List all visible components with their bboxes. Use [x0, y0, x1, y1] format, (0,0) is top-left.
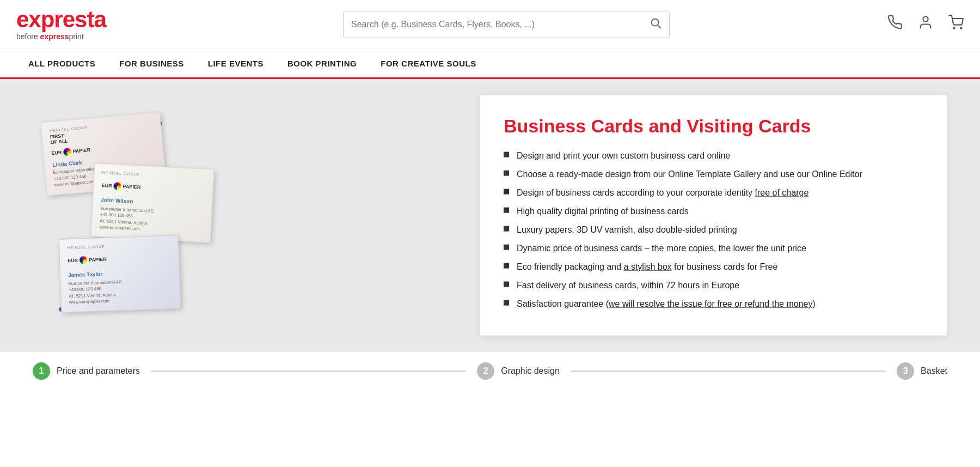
list-item: Dynamic price of business cards – the mo…: [504, 241, 923, 254]
bullet-icon: [504, 170, 509, 175]
bullet-icon: [504, 281, 509, 287]
step-label-3: Basket: [921, 366, 947, 376]
bullet-icon: [504, 226, 509, 231]
step-2: 2 Graphic design: [477, 362, 560, 380]
step-circle-2: 2: [477, 362, 494, 380]
logo-area: expresta before expressprint: [16, 8, 136, 41]
header-icons: [877, 15, 964, 34]
step-label-2: Graphic design: [501, 366, 560, 376]
nav-item-for-creative-souls[interactable]: FOR CREATIVE SOULS: [369, 48, 488, 78]
stylish-box-link[interactable]: a stylish box: [624, 262, 672, 271]
hero-section: HEINZEL GROUP FIRSTOF ALL EUR PAPIER Lin…: [0, 79, 980, 351]
search-area: [136, 11, 877, 38]
search-icon: [650, 17, 661, 29]
bullet-icon: [504, 244, 509, 250]
nav-item-book-printing[interactable]: BOOK PRINTING: [275, 48, 369, 78]
nav-item-all-products[interactable]: ALL PRODUCTS: [16, 48, 107, 78]
step-1: 1 Price and parameters: [33, 362, 140, 380]
user-icon[interactable]: [918, 15, 933, 34]
svg-point-3: [953, 27, 954, 28]
svg-point-2: [923, 17, 928, 22]
satisfaction-guarantee-link[interactable]: we will resolve the issue for free or re…: [609, 299, 812, 308]
logo-brand[interactable]: expresta: [16, 8, 136, 31]
header: expresta before expressprint: [0, 0, 980, 49]
search-input[interactable]: [351, 20, 650, 29]
free-of-charge-link[interactable]: free of charge: [755, 187, 809, 197]
logo-subtitle: before expressprint: [16, 32, 136, 41]
main-nav: ALL PRODUCTS FOR BUSINESS LIFE EVENTS BO…: [0, 49, 980, 79]
list-item: Design and print your own custom busines…: [504, 149, 923, 162]
list-item: Choose a ready-made design from our Onli…: [504, 167, 923, 180]
list-item: Luxury papers, 3D UV varnish, also doubl…: [504, 223, 923, 236]
svg-line-1: [658, 25, 660, 28]
list-item: High quality digital printing of busines…: [504, 204, 923, 217]
svg-point-4: [960, 27, 961, 28]
steps-bar: 1 Price and parameters 2 Graphic design …: [0, 351, 980, 390]
cart-icon[interactable]: [948, 15, 964, 34]
search-button[interactable]: [650, 17, 661, 32]
step-line-1: [151, 371, 466, 372]
business-card-3: HEINZEL GROUP EUR PAPIER James Taylor Eu…: [59, 235, 181, 313]
hero-title: Business Cards and Visiting Cards: [504, 115, 923, 137]
bullet-icon: [504, 207, 509, 213]
phone-icon[interactable]: [887, 15, 903, 34]
hero-image: HEINZEL GROUP FIRSTOF ALL EUR PAPIER Lin…: [0, 79, 338, 351]
hero-feature-list: Design and print your own custom busines…: [504, 149, 923, 310]
step-circle-3: 3: [897, 362, 914, 380]
bullet-icon: [504, 151, 509, 157]
step-line-2: [571, 371, 886, 372]
business-card-2: HEINZEL GROUP EUR PAPIER John Wilson Eur…: [91, 163, 215, 242]
list-item: Eco friendly packaging and a stylish box…: [504, 260, 923, 273]
list-item: Fast delivery of business cards, within …: [504, 278, 923, 292]
step-3: 3 Basket: [897, 362, 947, 380]
search-box: [343, 11, 670, 38]
list-item: Satisfaction guarantee (we will resolve …: [504, 297, 923, 310]
nav-item-life-events[interactable]: LIFE EVENTS: [196, 48, 275, 78]
bullet-icon: [504, 300, 509, 305]
hero-content-box: Business Cards and Visiting Cards Design…: [479, 95, 947, 336]
nav-item-for-business[interactable]: FOR BUSINESS: [107, 48, 196, 78]
list-item: Design of business cards according to yo…: [504, 186, 923, 199]
bullet-icon: [504, 263, 509, 268]
cards-container: HEINZEL GROUP FIRSTOF ALL EUR PAPIER Lin…: [11, 90, 327, 341]
step-label-1: Price and parameters: [57, 366, 140, 376]
step-circle-1: 1: [33, 362, 50, 380]
bullet-icon: [504, 189, 509, 194]
